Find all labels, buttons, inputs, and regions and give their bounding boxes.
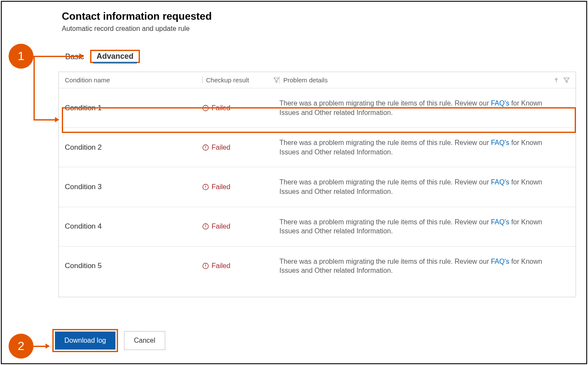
- table-row[interactable]: Condition 4FailedThere was a problem mig…: [59, 207, 576, 247]
- footer-buttons: Download log Cancel: [52, 329, 165, 352]
- cell-problem-details: There was a problem migrating the rule i…: [279, 217, 570, 236]
- svg-point-5: [205, 149, 206, 149]
- app-frame: Contact information requested Automatic …: [1, 1, 587, 364]
- cell-checkup-result: Failed: [202, 183, 279, 191]
- annotation-arrow-1a: [33, 56, 83, 57]
- cell-checkup-result: Failed: [202, 223, 279, 230]
- filter-icon[interactable]: [564, 77, 570, 83]
- tab-advanced[interactable]: Advanced: [93, 49, 137, 63]
- error-icon: [202, 105, 209, 112]
- annotation-badge-2-label: 2: [18, 339, 24, 353]
- cell-condition-name: Condition 1: [65, 104, 202, 112]
- details-text-pre: There was a problem migrating the rule i…: [279, 218, 491, 226]
- column-header-condition-name[interactable]: Condition name: [65, 76, 202, 84]
- result-status-text: Failed: [212, 223, 230, 230]
- tabs: Basic Advanced: [62, 50, 586, 63]
- svg-point-2: [205, 109, 206, 109]
- annotation-badge-1-label: 1: [18, 49, 24, 63]
- error-icon: [202, 223, 209, 230]
- cell-problem-details: There was a problem migrating the rule i…: [279, 138, 570, 157]
- error-icon: [202, 184, 209, 190]
- faq-link[interactable]: FAQ's: [491, 100, 509, 107]
- details-text-pre: There was a problem migrating the rule i…: [279, 178, 491, 186]
- annotation-line-1: [33, 56, 35, 120]
- annotation-arrow-1b: [33, 119, 58, 121]
- result-status-text: Failed: [212, 262, 230, 270]
- annotation-badge-1: 1: [9, 44, 33, 69]
- column-header-checkup-result[interactable]: Checkup result: [202, 76, 279, 84]
- annotation-badge-2: 2: [9, 334, 33, 359]
- table-row[interactable]: Condition 5FailedThere was a problem mig…: [59, 247, 576, 286]
- annotation-arrow-2: [33, 346, 49, 347]
- table-row[interactable]: Condition 3FailedThere was a problem mig…: [59, 167, 576, 207]
- table-row[interactable]: Condition 2FailedThere was a problem mig…: [59, 128, 576, 167]
- cell-problem-details: There was a problem migrating the rule i…: [279, 257, 570, 275]
- cell-checkup-result: Failed: [202, 262, 279, 270]
- error-icon: [202, 262, 209, 269]
- faq-link[interactable]: FAQ's: [491, 139, 509, 146]
- column-header-problem-details-label: Problem details: [283, 76, 327, 84]
- cell-condition-name: Condition 4: [65, 222, 202, 231]
- svg-point-8: [205, 188, 206, 189]
- cell-checkup-result: Failed: [202, 144, 279, 151]
- sort-up-icon[interactable]: [553, 77, 559, 83]
- details-text-pre: There was a problem migrating the rule i…: [279, 258, 491, 265]
- column-header-problem-details[interactable]: Problem details: [279, 76, 570, 84]
- details-text-pre: There was a problem migrating the rule i…: [279, 100, 491, 107]
- column-header-checkup-result-label: Checkup result: [206, 76, 249, 84]
- download-log-button[interactable]: Download log: [55, 332, 115, 350]
- page-title: Contact information requested: [62, 10, 586, 22]
- svg-point-11: [205, 228, 206, 228]
- conditions-table: Condition name Checkup result Problem de…: [58, 72, 576, 297]
- cell-checkup-result: Failed: [202, 104, 279, 112]
- details-text-pre: There was a problem migrating the rule i…: [279, 139, 491, 146]
- result-status-text: Failed: [212, 183, 230, 191]
- cell-condition-name: Condition 3: [65, 183, 202, 191]
- faq-link[interactable]: FAQ's: [491, 258, 509, 265]
- filter-icon[interactable]: [273, 77, 279, 83]
- cell-condition-name: Condition 2: [65, 143, 202, 152]
- table-bottom-spacer: [59, 286, 576, 297]
- cell-condition-name: Condition 5: [65, 262, 202, 270]
- annotation-highlight-advanced: Advanced: [90, 50, 140, 63]
- table-row[interactable]: Condition 1FailedThere was a problem mig…: [59, 88, 576, 128]
- result-status-text: Failed: [212, 144, 230, 151]
- cell-problem-details: There was a problem migrating the rule i…: [279, 99, 570, 117]
- result-status-text: Failed: [212, 104, 230, 112]
- faq-link[interactable]: FAQ's: [491, 218, 509, 226]
- annotation-highlight-download: Download log: [52, 329, 118, 352]
- error-icon: [202, 144, 209, 151]
- table-header: Condition name Checkup result Problem de…: [59, 72, 576, 88]
- svg-point-14: [205, 267, 206, 268]
- cell-problem-details: There was a problem migrating the rule i…: [279, 178, 570, 196]
- faq-link[interactable]: FAQ's: [491, 178, 509, 186]
- page-subtitle: Automatic record creation and update rul…: [62, 25, 586, 33]
- cancel-button[interactable]: Cancel: [124, 331, 165, 350]
